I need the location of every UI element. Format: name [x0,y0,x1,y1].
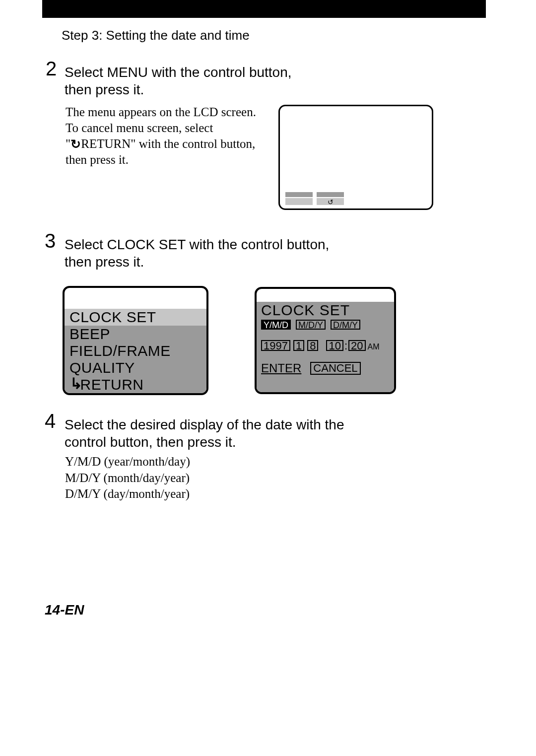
step-4-body: Y/M/D (year/month/day) M/D/Y (month/day/… [65,454,313,502]
menu-item-label: QUALITY [69,359,135,376]
top-black-bar [42,0,486,18]
ampm-label: AM [368,343,380,351]
month-field[interactable]: 1 [293,340,304,351]
step-4-instruction: Select the desired display of the date w… [65,416,372,451]
menu-item-return[interactable]: ↲RETURN [65,376,206,393]
step-number-2: 2 [46,58,57,80]
hour-field[interactable]: 10 [326,340,343,351]
lcd-toolbar: ↺ [285,192,344,205]
minute-field[interactable]: 20 [348,340,365,351]
enter-button[interactable]: ENTER [261,361,301,375]
step-number-4: 4 [45,410,56,432]
time-colon: : [344,340,347,352]
page-step-title: Step 3: Setting the date and time [62,28,250,43]
format-line-ymd: Y/M/D (year/month/day) [65,455,190,468]
year-field[interactable]: 1997 [261,340,290,351]
step-2-body-line2: To cancel menu screen, select [66,121,213,135]
menu-item-field-frame[interactable]: FIELD/FRAME [65,343,206,359]
day-field[interactable]: 8 [307,340,318,351]
clock-set-title: CLOCK SET [261,303,390,318]
menu-item-clock-set[interactable]: CLOCK SET [65,309,206,326]
menu-item-label: RETURN [80,376,144,393]
return-icon: ↺ [70,137,81,152]
clock-button-row: ENTER CANCEL [261,361,390,375]
clock-set-screen: CLOCK SET Y/M/D M/D/Y D/M/Y 1997 1 8 10:… [255,287,396,394]
step-3-instruction: Select CLOCK SET with the control button… [65,236,342,271]
cancel-button[interactable]: CANCEL [310,362,360,375]
menu-list: CLOCK SET BEEP FIELD/FRAME QUALITY ↲RETU… [65,309,206,393]
return-icon: ↺ [317,198,344,206]
format-mdy[interactable]: M/D/Y [296,320,326,330]
format-ymd[interactable]: Y/M/D [261,320,291,330]
page-number: 14-EN [45,602,84,618]
menu-item-label: CLOCK SET [69,309,156,325]
date-time-row: 1997 1 8 10: 20 AM [261,340,390,352]
date-format-row: Y/M/D M/D/Y D/M/Y [261,320,390,330]
lcd-diagram-step2: ↺ [278,105,433,210]
step-2-body-line3: RETURN" with the control button, then pr… [66,137,255,166]
step-2-body: The menu appears on the LCD screen. To c… [66,104,264,168]
menu-screen: CLOCK SET BEEP FIELD/FRAME QUALITY ↲RETU… [63,286,208,395]
menu-item-beep[interactable]: BEEP [65,326,206,343]
lcd-toolbar-button-2: ↺ [317,192,344,205]
format-line-dmy: D/M/Y (day/month/year) [65,487,190,500]
menu-item-label: BEEP [69,326,110,342]
return-icon: ↲ [69,375,82,392]
step-2-body-line1: The menu appears on the LCD screen. [66,105,256,119]
format-line-mdy: M/D/Y (month/day/year) [65,471,190,484]
step-number-3: 3 [45,230,56,252]
menu-item-quality[interactable]: QUALITY [65,359,206,376]
format-dmy[interactable]: D/M/Y [331,320,360,330]
lcd-toolbar-button-1 [285,192,313,205]
menu-item-label: FIELD/FRAME [69,343,171,359]
step-2-instruction: Select MENU with the control button, the… [65,64,303,98]
step-2-body-quote: " [66,137,70,150]
